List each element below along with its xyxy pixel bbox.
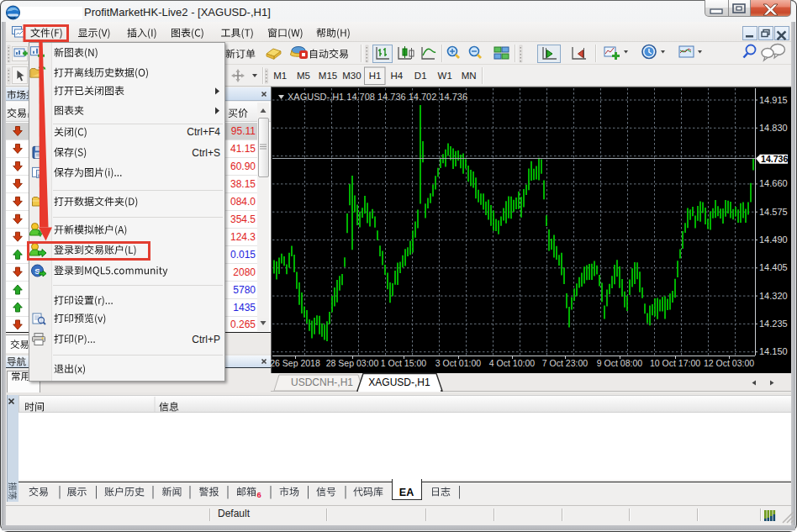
svg-text:7 Oct 23:00: 7 Oct 23:00 [542,358,588,368]
svg-text:28 Sep 03:00: 28 Sep 03:00 [326,358,379,368]
svg-text:38.15: 38.15 [230,178,256,190]
svg-text:4 Oct 10:00: 4 Oct 10:00 [489,358,535,368]
svg-text:14.320: 14.320 [759,291,788,301]
svg-text:12 Oct 03:00: 12 Oct 03:00 [704,358,754,368]
svg-text:Ctrl+P: Ctrl+P [192,334,220,345]
svg-text:Ctrl+S: Ctrl+S [192,147,220,159]
svg-text:6: 6 [257,490,261,499]
svg-text:W1: W1 [438,71,452,81]
svg-text:M1: M1 [273,71,287,81]
svg-text:Ctrl+F4: Ctrl+F4 [187,126,220,138]
svg-text:41.15: 41.15 [230,143,256,155]
svg-text:3 Oct 01:00: 3 Oct 01:00 [435,358,481,368]
svg-text:XAGUSD-,H1: XAGUSD-,H1 [368,377,430,388]
svg-text:084.0: 084.0 [230,196,256,208]
svg-text:14.235: 14.235 [759,319,788,329]
svg-text:2080: 2080 [233,266,256,278]
svg-text:0.015: 0.015 [230,249,256,261]
svg-text:95.11: 95.11 [231,125,256,137]
svg-text:MN: MN [462,71,477,81]
svg-text:M15: M15 [319,71,337,81]
svg-text:354.5: 354.5 [230,213,256,225]
svg-text:14.405: 14.405 [759,262,788,272]
svg-text:9 Oct 08:00: 9 Oct 08:00 [597,358,642,368]
svg-text:1435: 1435 [233,302,256,313]
svg-text:ProfitMarketHK-Live2 - [XAGUSD: ProfitMarketHK-Live2 - [XAGUSD-,H1] [84,6,271,18]
svg-text:14.150: 14.150 [759,346,788,356]
svg-text:1 Oct 15:00: 1 Oct 15:00 [381,358,426,368]
svg-text:14.575: 14.575 [759,207,788,217]
svg-text:USDCNH-,H1: USDCNH-,H1 [291,377,353,388]
svg-text:60.90: 60.90 [230,161,256,172]
svg-text:EA: EA [399,487,414,498]
svg-text:H1: H1 [369,71,382,81]
svg-text:26 Sep 2018: 26 Sep 2018 [270,358,320,368]
svg-text:M5: M5 [297,71,310,81]
svg-text:14.490: 14.490 [759,234,788,245]
svg-text:10 Oct 17:00: 10 Oct 17:00 [650,358,700,368]
svg-text:14.915: 14.915 [759,95,788,105]
svg-text:14.830: 14.830 [759,123,788,133]
svg-text:Default: Default [218,508,251,519]
svg-text:XAGUSD-,H1 14.708 14.736 14.7: XAGUSD-,H1 14.708 14.736 14.702 14.736 [288,92,467,102]
svg-text:M30: M30 [342,71,361,81]
svg-text:124.3: 124.3 [230,231,256,243]
svg-text:14.660: 14.660 [759,178,788,188]
svg-text:H4: H4 [390,71,403,81]
svg-text:0.265: 0.265 [230,319,256,330]
svg-text:5780: 5780 [233,284,256,296]
svg-text:14.736: 14.736 [761,154,789,164]
svg-text:D1: D1 [414,71,427,81]
